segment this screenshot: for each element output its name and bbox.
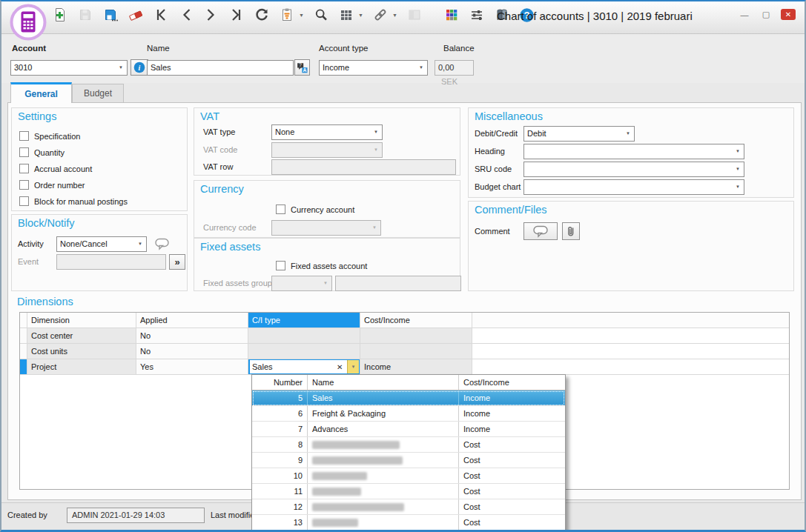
popup-row[interactable]: 7 Advances Income bbox=[252, 422, 565, 437]
vat-row-label: VAT row bbox=[203, 162, 233, 171]
link-icon[interactable] bbox=[372, 7, 389, 23]
event-expand-button[interactable]: » bbox=[169, 254, 185, 270]
link-dropdown-caret[interactable]: ▼ bbox=[392, 13, 397, 18]
created-by-label: Created by bbox=[7, 511, 47, 519]
block-manual-postings-label: Block for manual postings bbox=[34, 197, 128, 206]
popup-row[interactable]: 11 Cost bbox=[252, 484, 565, 499]
balance-value: 0,00 bbox=[438, 63, 454, 72]
tab-general[interactable]: General bbox=[10, 82, 72, 103]
popup-row[interactable]: 12 Cost bbox=[252, 499, 565, 515]
activity-comment-icon[interactable] bbox=[154, 236, 171, 251]
grid-view-icon[interactable] bbox=[338, 7, 354, 23]
delete-icon[interactable] bbox=[128, 7, 144, 23]
dimension-cell: Cost center bbox=[27, 328, 136, 343]
account-combobox[interactable]: 3010 ▼ bbox=[10, 60, 128, 76]
sru-code-combobox[interactable]: ▼ bbox=[523, 162, 744, 177]
dimension-row-cost-units[interactable]: Cost units No bbox=[20, 344, 789, 359]
budget-chart-combobox[interactable]: ▼ bbox=[523, 179, 744, 195]
tab-budget[interactable]: Budget bbox=[72, 84, 124, 103]
col-dimension[interactable]: Dimension bbox=[27, 313, 136, 327]
ci-type-edit-combobox[interactable]: Sales ✕ ▼ bbox=[248, 359, 360, 374]
chevron-down-icon[interactable]: ▼ bbox=[732, 162, 744, 176]
chevron-down-icon[interactable]: ▼ bbox=[370, 125, 382, 139]
popup-row[interactable]: 10 Cost bbox=[252, 468, 565, 484]
popup-header: Number Name Cost/Income bbox=[252, 375, 565, 390]
quantity-checkbox[interactable] bbox=[19, 147, 29, 157]
name-input[interactable]: Sales bbox=[147, 60, 294, 76]
applied-cell: Yes bbox=[136, 359, 248, 374]
first-record-icon[interactable] bbox=[153, 7, 169, 23]
fixed-assets-account-label: Fixed assets account bbox=[291, 262, 367, 270]
active-row-indicator[interactable] bbox=[20, 359, 27, 374]
row-selector[interactable] bbox=[20, 344, 27, 359]
heading-combobox[interactable]: ▼ bbox=[523, 144, 744, 159]
dimension-row-cost-center[interactable]: Cost center No bbox=[20, 328, 789, 344]
info-icon: i bbox=[133, 61, 145, 73]
popup-row[interactable]: 6 Freight & Packaging Income bbox=[252, 406, 565, 422]
chevron-down-icon[interactable]: ▼ bbox=[622, 127, 634, 141]
filler-cell bbox=[472, 328, 789, 343]
paste-icon[interactable] bbox=[279, 7, 295, 23]
created-by-value: ADMIN 2021-01-29 14:03 bbox=[67, 508, 205, 523]
popup-number: 11 bbox=[252, 484, 308, 499]
accrual-account-checkbox[interactable] bbox=[19, 164, 29, 173]
refresh-icon[interactable] bbox=[254, 7, 270, 23]
chevron-down-icon[interactable]: ▼ bbox=[347, 360, 359, 373]
dimension-cell: Cost units bbox=[27, 344, 136, 359]
popup-row-selected[interactable]: 5 Sales Income bbox=[252, 390, 565, 406]
chevron-down-icon[interactable]: ▼ bbox=[732, 144, 744, 159]
chevron-down-icon: ▼ bbox=[369, 221, 380, 235]
save-special-icon[interactable] bbox=[102, 7, 119, 23]
chevron-down-icon[interactable]: ▼ bbox=[134, 237, 146, 251]
minimize-button[interactable]: — bbox=[738, 9, 751, 20]
popup-col-cost-income[interactable]: Cost/Income bbox=[459, 375, 565, 390]
ci-type-edit-value[interactable]: Sales bbox=[250, 362, 337, 371]
filler-cell bbox=[472, 359, 789, 374]
popup-ci: Cost bbox=[459, 437, 565, 452]
svg-text:i: i bbox=[139, 64, 141, 72]
next-record-icon[interactable] bbox=[203, 7, 219, 23]
block-manual-postings-checkbox[interactable] bbox=[19, 196, 29, 206]
currency-account-checkbox[interactable] bbox=[276, 205, 285, 214]
paste-dropdown-caret[interactable]: ▼ bbox=[299, 13, 304, 18]
col-ci-type[interactable]: C/I type bbox=[248, 313, 360, 327]
currency-code-label: Currency code bbox=[203, 223, 257, 232]
row-selector[interactable] bbox=[20, 328, 27, 343]
grid-dropdown-caret[interactable]: ▼ bbox=[358, 13, 363, 18]
new-record-icon[interactable] bbox=[52, 7, 68, 23]
popup-row[interactable]: 13 Cost bbox=[252, 515, 565, 531]
chevron-down-icon[interactable]: ▼ bbox=[115, 61, 127, 75]
maximize-button[interactable]: ▢ bbox=[759, 9, 773, 20]
comment-bubble-button[interactable] bbox=[523, 222, 558, 240]
account-type-combobox[interactable]: Income ▼ bbox=[319, 60, 428, 76]
chevron-down-icon[interactable]: ▼ bbox=[732, 180, 744, 194]
search-icon[interactable] bbox=[313, 7, 329, 23]
activity-combobox[interactable]: None/Cancel ▼ bbox=[56, 236, 147, 252]
chevron-down-icon[interactable]: ▼ bbox=[415, 61, 427, 75]
account-info-button[interactable]: i bbox=[131, 59, 148, 76]
clear-icon[interactable]: ✕ bbox=[337, 363, 347, 371]
currency-section: Currency Currency account Currency code … bbox=[194, 180, 460, 238]
miscellaneous-title: Miscellaneous bbox=[475, 110, 543, 122]
col-applied[interactable]: Applied bbox=[136, 313, 248, 327]
last-record-icon[interactable] bbox=[228, 7, 245, 23]
vat-code-label: VAT code bbox=[203, 145, 237, 154]
translate-button[interactable]: ?A bbox=[294, 59, 310, 76]
translate-icon: ?A bbox=[296, 61, 308, 74]
order-number-checkbox[interactable] bbox=[19, 180, 29, 190]
popup-col-name[interactable]: Name bbox=[308, 375, 459, 390]
dimension-row-project[interactable]: Project Yes Sales ✕ ▼ Income bbox=[20, 359, 789, 375]
attach-file-button[interactable] bbox=[562, 222, 580, 240]
popup-row[interactable]: 8 Cost bbox=[252, 437, 565, 453]
specification-checkbox[interactable] bbox=[19, 131, 29, 141]
fixed-assets-account-checkbox[interactable] bbox=[276, 261, 285, 270]
close-button[interactable]: ✕ bbox=[781, 9, 796, 20]
debit-credit-combobox[interactable]: Debit ▼ bbox=[523, 126, 635, 142]
popup-col-number[interactable]: Number bbox=[252, 375, 308, 390]
popup-row[interactable]: 9 Cost bbox=[252, 453, 565, 468]
previous-record-icon[interactable] bbox=[178, 7, 194, 23]
vat-type-combobox[interactable]: None ▼ bbox=[271, 124, 383, 140]
color-categories-icon[interactable] bbox=[443, 7, 460, 23]
col-cost-income[interactable]: Cost/Income bbox=[360, 313, 472, 327]
settings-sliders-icon[interactable] bbox=[469, 7, 485, 23]
